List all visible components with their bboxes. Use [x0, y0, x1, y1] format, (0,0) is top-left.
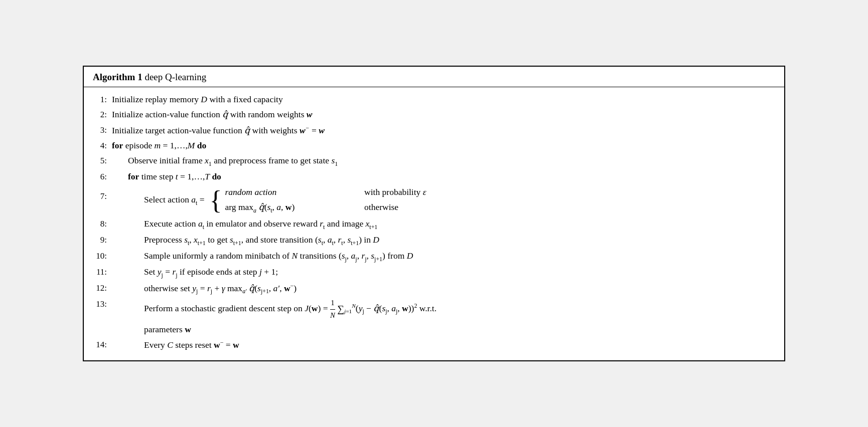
var-M-4: M: [188, 140, 195, 150]
line-10: 10: Sample uniformly a random minibatch …: [93, 249, 775, 264]
line-9: 9: Preprocess st, xt+1 to get st+1, and …: [93, 233, 775, 248]
var-st-9b: s: [318, 235, 322, 245]
var-yj-12: y: [192, 283, 196, 293]
sub-j-10c: j: [365, 255, 366, 262]
line-content-14: Every C steps reset w− = w: [112, 338, 775, 352]
line-num-3: 3:: [93, 123, 112, 137]
sub-j1-12: j+1: [261, 288, 269, 295]
select-action-text: Select action at =: [144, 193, 205, 207]
var-T-6: T: [205, 171, 210, 181]
line-num-13: 13:: [93, 297, 112, 311]
algorithm-title-rest: deep Q-learning: [142, 72, 207, 82]
var-q-hat-3: q̂: [244, 125, 250, 135]
var-w-14b: w: [233, 340, 239, 350]
var-gamma-12: γ: [222, 283, 225, 293]
sub-j-12: j: [196, 288, 198, 295]
line-14: 14: Every C steps reset w− = w: [93, 338, 775, 352]
var-a-sub: a: [253, 207, 256, 214]
sub-t1-9b: t+1: [233, 239, 241, 246]
var-a-argmax: a: [276, 202, 281, 212]
sup-minus-14: −: [220, 339, 224, 346]
line-7: 7: Select action at = { random action wi…: [93, 185, 775, 215]
line-content-5: Observe initial frame x1 and preprocess …: [112, 154, 775, 168]
var-sj1-12: s: [257, 283, 261, 293]
line-content-2: Initialize action-value function q̂ with…: [112, 108, 775, 121]
denominator-13: N: [330, 310, 335, 321]
otherwise-text: otherwise: [364, 202, 398, 212]
line-8: 8: Execute action at in emulator and obs…: [93, 217, 775, 232]
brace-cases-group: { random action with probability ε arg m…: [210, 185, 426, 215]
line-num-7: 7:: [93, 185, 112, 203]
cases-container: random action with probability ε arg max…: [225, 185, 426, 215]
algorithm-header: Algorithm 1 deep Q-learning: [84, 67, 784, 87]
case-2-condition: otherwise: [356, 200, 399, 215]
sub-j-10b: j: [355, 255, 357, 262]
var-C-14: C: [167, 340, 173, 350]
sup-2-13: 2: [414, 302, 417, 309]
sub-t1-9d: t+1: [351, 239, 359, 246]
var-q-hat-2: q̂: [222, 109, 228, 119]
line-content-13: Perform a stochastic gradient descent st…: [112, 297, 775, 321]
var-w-minus-3: w: [300, 125, 306, 135]
q-hat-argmax: q̂: [258, 202, 264, 212]
var-w-argmax: w: [285, 202, 292, 212]
line-content-11: Set yj = rj if episode ends at step j + …: [112, 265, 775, 280]
var-m-4: m: [155, 140, 161, 150]
line-num-13-cont: [93, 323, 112, 336]
sub-j-11b: j: [176, 271, 177, 278]
line-num-1: 1:: [93, 93, 112, 106]
line-5: 5: Observe initial frame x1 and preproce…: [93, 154, 775, 168]
sub-1b-5: 1: [335, 160, 338, 167]
q-hat-13: q̂: [373, 303, 379, 313]
algorithm-title-bold: Algorithm 1: [93, 72, 142, 82]
var-w-12: w: [284, 283, 291, 293]
sub-t-9e: t: [341, 239, 343, 246]
keyword-do-6: do: [212, 171, 221, 181]
sub-t-9c: t: [322, 239, 323, 246]
case-1-text: random action: [225, 185, 356, 200]
numerator-13: 1: [330, 297, 335, 309]
line-3: 3: Initialize target action-value functi…: [93, 123, 775, 137]
var-D-10: D: [407, 251, 413, 261]
line-content-7: Select action at = { random action with …: [112, 185, 775, 215]
line-num-5: 5:: [93, 154, 112, 167]
line-num-2: 2:: [93, 108, 112, 121]
line-num-9: 9:: [93, 233, 112, 247]
var-j-11: j: [259, 267, 262, 277]
sub-j-10a: j: [345, 255, 347, 262]
var-D-1: D: [201, 94, 207, 104]
sub-t-8b: t: [323, 223, 325, 230]
line-content-1: Initialize replay memory D with a fixed …: [112, 93, 775, 106]
line-content-4: for episode m = 1,…,M do: [112, 139, 775, 152]
sub-t-9d: t: [332, 239, 333, 246]
line-6: 6: for time step t = 1,…,T do: [93, 170, 775, 183]
sup-minus-12: −: [291, 282, 294, 289]
sub-j-13: j: [362, 308, 364, 315]
var-J-13: J: [305, 303, 309, 313]
line-1: 1: Initialize replay memory D with a fix…: [93, 93, 775, 106]
sub-t-argmax: t: [270, 207, 272, 214]
var-at-7: a: [191, 194, 196, 204]
var-D-9: D: [373, 235, 379, 245]
line-content-6: for time step t = 1,…,T do: [112, 170, 775, 183]
sup-sigma-13: N: [352, 303, 356, 309]
line-13-cont: parameters w: [93, 323, 775, 336]
var-sj-10: s: [342, 251, 345, 261]
var-w-minus-14: w: [214, 340, 220, 350]
var-w-2: w: [307, 109, 313, 119]
sub-j-11: j: [162, 271, 163, 278]
keyword-for-6: for: [128, 171, 139, 181]
var-w-13c: w: [185, 324, 191, 334]
line-12: 12: otherwise set yj = rj + γ maxa′ q̂(s…: [93, 281, 775, 296]
algorithm-body: 1: Initialize replay memory D with a fix…: [84, 87, 784, 360]
var-aprime-sub: a′: [242, 288, 247, 295]
sub-t-8: t: [203, 223, 204, 230]
sub-j-12b: j: [211, 288, 212, 295]
line-4: 4: for episode m = 1,…,M do: [93, 139, 775, 152]
var-x-9: x: [194, 235, 198, 245]
fraction-13: 1N: [330, 297, 335, 321]
big-brace-icon: {: [210, 187, 222, 213]
keyword-do-4: do: [197, 140, 206, 150]
sub-t-7: t: [196, 199, 197, 206]
line-num-14: 14:: [93, 338, 112, 351]
